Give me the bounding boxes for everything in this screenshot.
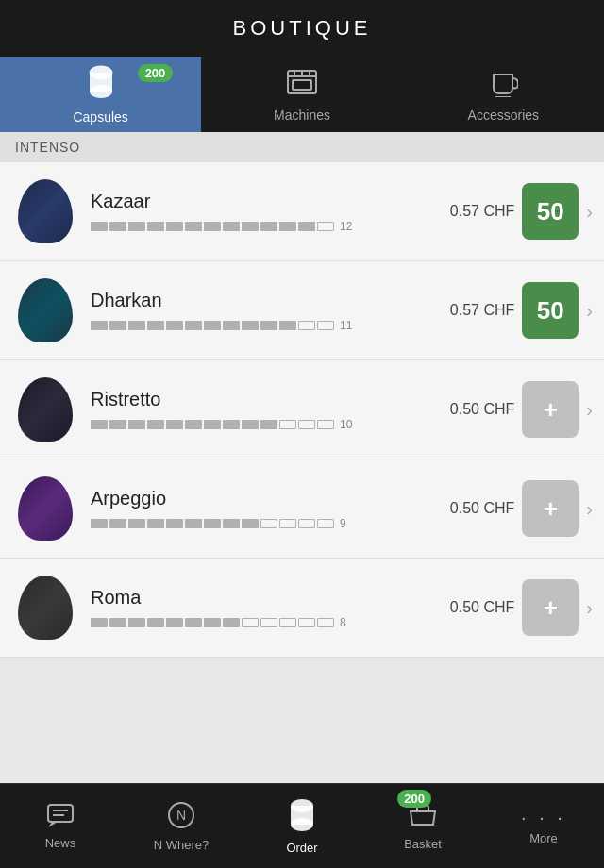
product-price-ristretto: 0.50 CHF: [429, 401, 514, 418]
product-info-dharkan: Dharkan 11: [83, 290, 429, 332]
cup-icon: [488, 67, 518, 102]
capsule-image-ristretto: [8, 372, 83, 447]
product-name-arpeggio: Arpeggio: [91, 488, 422, 509]
svg-point-19: [291, 818, 313, 831]
svg-point-2: [90, 85, 112, 98]
bottom-nav-nwhere[interactable]: N N Where?: [121, 784, 242, 868]
table-row[interactable]: Dharkan 11 0.57: [0, 261, 604, 360]
intensity-bar-kazaar: 12: [91, 220, 422, 233]
section-label: INTENSO: [15, 140, 80, 155]
dots-icon: · · ·: [521, 808, 566, 826]
capsule2-icon: [287, 798, 317, 836]
top-tab-bar: 200 Capsules Machines Accessories: [0, 57, 604, 132]
chevron-right-arpeggio: ›: [586, 498, 593, 520]
product-qty-roma[interactable]: +: [522, 579, 579, 636]
capsule-image-arpeggio: [8, 471, 83, 546]
product-price-dharkan: 0.57 CHF: [429, 302, 514, 319]
intensity-bar-dharkan: 11: [91, 319, 422, 332]
bottom-nav-more-label: More: [529, 831, 558, 845]
tab-machines[interactable]: Machines: [201, 57, 402, 132]
capsule-icon: [86, 65, 116, 104]
chevron-right-ristretto: ›: [586, 399, 593, 421]
tab-machines-label: Machines: [274, 108, 330, 123]
product-list: Kazaar 12 0.57 C: [0, 162, 604, 658]
intensity-value-dharkan: 11: [340, 319, 352, 332]
product-info-arpeggio: Arpeggio 9: [83, 488, 429, 530]
product-name-ristretto: Ristretto: [91, 389, 422, 410]
capsule-image-roma: [8, 570, 83, 645]
tab-capsules-label: Capsules: [73, 109, 127, 125]
page-title: BOUTIQUE: [233, 16, 372, 41]
nlogo-icon: N: [167, 801, 195, 833]
machine-icon: [285, 67, 319, 102]
bottom-nav-news-label: News: [45, 836, 76, 850]
tab-accessories[interactable]: Accessories: [403, 57, 604, 132]
table-row[interactable]: Arpeggio 9 0.50: [0, 459, 604, 559]
product-info-roma: Roma 8: [83, 587, 429, 629]
intensity-value-ristretto: 10: [340, 418, 352, 431]
main-content: INTENSO Kazaar: [0, 132, 604, 783]
bottom-nav-order-label: Order: [286, 841, 317, 855]
intensity-bar-roma: 8: [91, 616, 422, 629]
bottom-nav-order[interactable]: Order: [242, 784, 362, 868]
capsule-badge: 200: [138, 64, 174, 82]
product-qty-dharkan[interactable]: 50: [522, 282, 579, 339]
table-row[interactable]: Ristretto 10 0.5: [0, 360, 604, 459]
product-info-kazaar: Kazaar 12: [83, 191, 429, 233]
intensity-value-arpeggio: 9: [340, 517, 346, 530]
intensity-bar-arpeggio: 9: [91, 517, 422, 530]
product-price-arpeggio: 0.50 CHF: [429, 500, 514, 517]
chat-icon: [46, 803, 75, 831]
bottom-nav-bar: News N N Where? Order 200: [0, 783, 604, 868]
product-qty-arpeggio[interactable]: +: [522, 480, 579, 537]
intensity-bar-ristretto: 10: [91, 418, 422, 431]
product-info-ristretto: Ristretto 10: [83, 389, 429, 431]
app-header: BOUTIQUE: [0, 0, 604, 57]
bottom-nav-nwhere-label: N Where?: [154, 838, 210, 852]
basket-badge: 200: [397, 790, 431, 808]
capsule-image-dharkan: [8, 273, 83, 348]
chevron-right-roma: ›: [586, 597, 593, 619]
table-row[interactable]: Roma 8 0.50 CHF: [0, 559, 604, 658]
product-name-roma: Roma: [91, 587, 422, 609]
chevron-right-dharkan: ›: [586, 300, 593, 322]
svg-text:N: N: [176, 808, 186, 823]
intensity-value-roma: 8: [340, 616, 346, 629]
chevron-right-kazaar: ›: [586, 201, 593, 223]
svg-rect-11: [48, 805, 73, 822]
svg-rect-9: [293, 80, 311, 90]
tab-capsules[interactable]: 200 Capsules: [0, 57, 201, 132]
bottom-nav-news[interactable]: News: [0, 784, 121, 868]
product-qty-kazaar[interactable]: 50: [522, 183, 579, 240]
product-price-roma: 0.50 CHF: [429, 599, 514, 616]
bottom-nav-basket-label: Basket: [404, 837, 442, 851]
capsule-image-kazaar: [8, 174, 83, 249]
product-name-dharkan: Dharkan: [91, 290, 422, 311]
product-name-kazaar: Kazaar: [91, 191, 422, 212]
table-row[interactable]: Kazaar 12 0.57 C: [0, 162, 604, 261]
bottom-nav-more[interactable]: · · · More: [483, 784, 604, 868]
bottom-nav-basket[interactable]: 200 Basket: [362, 784, 483, 868]
product-price-kazaar: 0.57 CHF: [429, 203, 514, 220]
product-qty-ristretto[interactable]: +: [522, 381, 579, 438]
section-header-intenso: INTENSO: [0, 132, 604, 162]
intensity-value-kazaar: 12: [340, 220, 352, 233]
tab-accessories-label: Accessories: [468, 108, 539, 123]
